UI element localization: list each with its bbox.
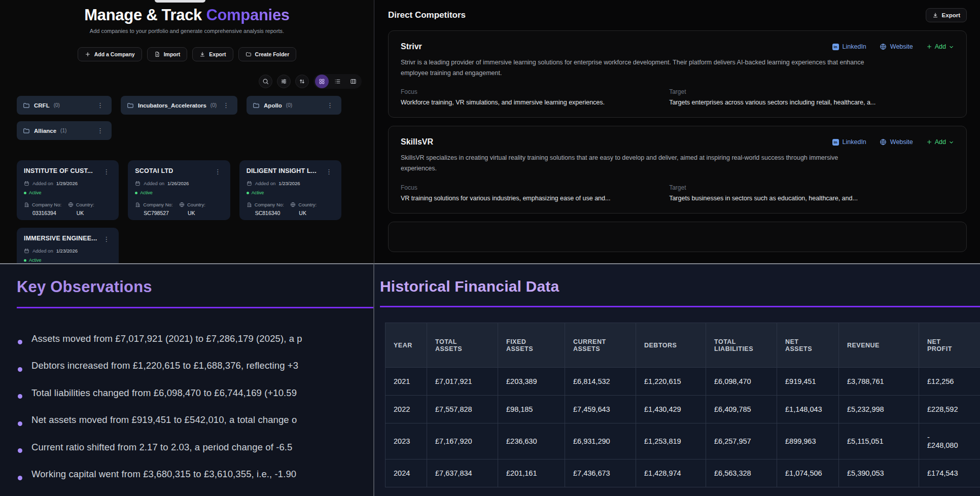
add-company-label: Add a Company: [94, 51, 135, 57]
table-cell: £6,098,470: [706, 368, 777, 396]
bullet-icon: [18, 448, 22, 453]
added-on-date: 1/29/2026: [56, 181, 78, 186]
kebab-icon[interactable]: [325, 101, 335, 110]
download-icon: [932, 12, 938, 18]
table-row: 2024 £7,637,834 £201,161 £7,436,673 £1,4…: [386, 459, 980, 487]
create-folder-button[interactable]: Create Folder: [238, 47, 297, 61]
financial-table: YEAR TOTAL ASSETS FIXED ASSETS CURRENT A…: [385, 323, 980, 487]
table-header-row: YEAR TOTAL ASSETS FIXED ASSETS CURRENT A…: [386, 323, 980, 368]
calendar-icon: [247, 181, 252, 186]
observation-item: Current ratio shifted from 2.17 to 2.03,…: [18, 434, 373, 461]
table-cell: £203,389: [498, 368, 565, 396]
linkedin-link[interactable]: LinkedIn: [832, 138, 866, 146]
grid-view-button[interactable]: [315, 75, 329, 88]
kebab-icon[interactable]: [95, 126, 106, 135]
company-card[interactable]: INSTITUTE OF CUST... Added on 1/29/2026 …: [17, 160, 119, 220]
competitor-description: SkillsVR specializes in creating virtual…: [401, 153, 875, 173]
globe-icon: [290, 202, 296, 207]
kebab-icon[interactable]: [221, 101, 231, 110]
company-card-partial[interactable]: IMMERSIVE ENGINEE... Added on 1/23/2026 …: [17, 228, 119, 263]
search-button[interactable]: [259, 75, 272, 88]
section-title: Key Observations: [17, 278, 373, 296]
add-label: Add: [935, 138, 946, 146]
status-dot-icon: [24, 192, 26, 194]
competitor-card-skillsvr: SkillsVR LinkedIn Website Add: [388, 126, 967, 213]
table-cell: £7,436,673: [565, 459, 636, 487]
observation-text: Debtors increased from £1,220,615 to £1,…: [31, 360, 298, 371]
import-label: Import: [164, 51, 181, 57]
import-button[interactable]: Import: [147, 47, 188, 61]
calendar-icon: [24, 248, 29, 254]
folder-card-apollo[interactable]: Apollo (0): [247, 96, 341, 115]
company-no-label: Company No:: [255, 202, 284, 207]
building-icon: [24, 202, 29, 207]
add-company-button[interactable]: Add a Company: [78, 47, 142, 61]
website-label: Website: [890, 138, 913, 146]
company-card[interactable]: SCOTAI LTD Added on 1/26/2026 Active: [128, 160, 230, 220]
folder-card-incubators[interactable]: Incubators_Accelerators (0): [121, 96, 237, 115]
table-row: 2021 £7,017,921 £203,389 £6,814,532 £1,2…: [386, 368, 980, 396]
kebab-icon[interactable]: [95, 101, 106, 110]
website-link[interactable]: Website: [880, 43, 913, 50]
bullet-icon: [18, 340, 22, 344]
table-cell: £6,409,785: [706, 396, 777, 423]
table-cell: £5,390,053: [839, 459, 919, 487]
add-label: Add: [935, 43, 946, 50]
target-value: Targets enterprises across various secto…: [669, 99, 954, 106]
linkedin-link[interactable]: LinkedIn: [832, 43, 866, 50]
company-card[interactable]: DILIGENT INSIGHT L... Added on 1/23/2026…: [239, 160, 341, 220]
export-button[interactable]: Export: [192, 47, 233, 61]
table-cell: £919,451: [777, 368, 839, 396]
kebab-icon[interactable]: [100, 235, 112, 243]
folder-icon: [23, 127, 30, 134]
bullet-icon: [18, 421, 22, 426]
globe-icon: [880, 43, 887, 50]
folder-name: Apollo: [264, 102, 282, 109]
table-view-button[interactable]: [346, 75, 360, 88]
focus-label: Focus: [401, 184, 669, 191]
kebab-icon[interactable]: [323, 167, 334, 176]
table-cell: £6,563,328: [706, 459, 777, 487]
sliders-icon: [281, 78, 287, 85]
added-on-label: Added on: [255, 181, 276, 186]
plus-icon: [85, 51, 91, 57]
table-cell: £1,428,974: [636, 459, 706, 487]
kebab-icon[interactable]: [212, 167, 223, 176]
country-value: UK: [188, 210, 223, 216]
list-view-button[interactable]: [331, 75, 344, 88]
competitor-name: Strivr: [401, 42, 422, 51]
observation-item: Working capital went from £3,680,315 to …: [18, 461, 373, 488]
view-toolbar: [0, 74, 362, 89]
observation-text: Current ratio shifted from 2.17 to 2.03,…: [31, 442, 292, 453]
table-cell: £98,185: [498, 396, 565, 423]
folder-icon: [246, 51, 252, 57]
folder-card-crfl[interactable]: CRFL (0): [17, 96, 112, 115]
folder-count: (1): [60, 128, 66, 133]
folder-card-alliance[interactable]: Alliance (1): [17, 121, 112, 140]
country-label: Country:: [187, 202, 205, 207]
column-header: YEAR: [386, 323, 427, 368]
add-dropdown-button[interactable]: Add: [926, 138, 954, 146]
competitors-export-button[interactable]: Export: [926, 8, 967, 22]
target-label: Target: [669, 184, 954, 191]
kebab-icon[interactable]: [100, 167, 112, 176]
columns-icon: [350, 78, 357, 85]
folder-name: Incubators_Accelerators: [138, 102, 206, 109]
search-icon: [262, 78, 269, 85]
sort-button[interactable]: [295, 75, 309, 88]
section-underline: [380, 306, 980, 307]
country-value: UK: [299, 210, 334, 216]
linkedin-icon: [832, 139, 839, 146]
website-link[interactable]: Website: [880, 138, 913, 146]
status-badge: Active: [247, 190, 334, 195]
view-switcher: [313, 74, 362, 89]
filter-button[interactable]: [277, 75, 291, 88]
observation-text: Assets moved from £7,017,921 (2021) to £…: [31, 333, 302, 344]
added-on-label: Added on: [144, 181, 164, 186]
top-strip: [155, 0, 205, 3]
column-header: CURRENT ASSETS: [565, 323, 636, 368]
add-dropdown-button[interactable]: Add: [926, 43, 954, 50]
folder-icon: [23, 102, 30, 109]
page-subtitle: Add companies to your portfolio and gene…: [0, 28, 374, 34]
table-cell: £6,814,532: [565, 368, 636, 396]
